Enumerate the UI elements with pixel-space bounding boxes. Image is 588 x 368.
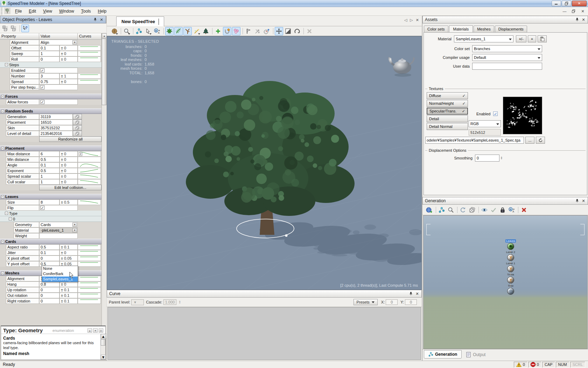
help-next-icon[interactable]: ▼ bbox=[93, 328, 98, 333]
user-data-input[interactable] bbox=[472, 63, 542, 70]
y-value-input[interactable]: 0 bbox=[405, 299, 417, 305]
flag-icon[interactable] bbox=[244, 27, 253, 35]
material-plusminus-button[interactable]: +/- bbox=[516, 35, 526, 42]
collapse-icon[interactable]: − bbox=[1, 272, 4, 275]
value-input[interactable]: 0.5 bbox=[39, 244, 59, 250]
menu-tools[interactable]: Tools bbox=[78, 8, 94, 15]
tab-new-speedtree[interactable]: New SpeedTree bbox=[116, 16, 164, 26]
group-placement[interactable]: −Placement bbox=[0, 145, 102, 151]
seed-value-input[interactable]: 31119 bbox=[39, 114, 73, 120]
marquee-icon[interactable] bbox=[284, 27, 292, 35]
value-input[interactable]: 0 bbox=[39, 255, 59, 261]
chevron-down-icon[interactable]: ▼ bbox=[72, 223, 77, 227]
pin-icon[interactable] bbox=[93, 18, 97, 22]
button-edit-leaf-collision-[interactable]: Edit leaf collision... bbox=[39, 185, 102, 190]
curve-cell[interactable] bbox=[78, 162, 101, 168]
tree-icon[interactable] bbox=[202, 27, 210, 35]
value-input[interactable]: 8 bbox=[39, 199, 59, 205]
frond-icon[interactable] bbox=[174, 27, 183, 35]
chevron-down-icon[interactable]: ▼ bbox=[72, 228, 77, 232]
texmap-diffuse[interactable]: Diffuse✓ bbox=[427, 92, 468, 99]
menu-help[interactable]: Help bbox=[94, 8, 110, 15]
tab-meshes[interactable]: Meshes bbox=[474, 26, 494, 33]
variance-input[interactable]: ± 0.1 bbox=[59, 298, 78, 304]
curve-editor-canvas[interactable] bbox=[107, 307, 421, 360]
restore-button[interactable] bbox=[562, 1, 571, 6]
group-leaves[interactable]: −Leaves bbox=[0, 194, 102, 199]
pin-icon[interactable] bbox=[575, 18, 579, 22]
variance-input[interactable]: ± 0 bbox=[59, 250, 78, 255]
value-input[interactable]: 0.1 bbox=[39, 250, 59, 255]
tab-materials[interactable]: Materials bbox=[449, 25, 473, 33]
menu-file[interactable]: File bbox=[12, 8, 25, 15]
cursor-icon[interactable] bbox=[144, 27, 152, 35]
column-curves[interactable]: Curves bbox=[78, 33, 102, 39]
generation-graph-canvas[interactable]: LeavesLevel 2Level 1TrunkTree bbox=[423, 215, 588, 349]
spray-icon[interactable] bbox=[232, 27, 240, 35]
presets-button[interactable]: Presets bbox=[354, 299, 378, 305]
value-input[interactable]: 3 bbox=[39, 73, 59, 79]
gen-node-trunk[interactable] bbox=[507, 277, 514, 284]
group-cards[interactable]: −Cards bbox=[0, 239, 102, 244]
seed-value-input[interactable]: 2135462016 bbox=[39, 131, 73, 136]
checkbox[interactable]: ✓ bbox=[40, 68, 44, 73]
toggle-num[interactable]: NUM bbox=[556, 362, 569, 368]
gen-node-level-1[interactable] bbox=[507, 265, 514, 272]
column-property[interactable]: Property bbox=[0, 33, 39, 39]
delete-icon[interactable] bbox=[305, 27, 314, 35]
dice-icon[interactable] bbox=[73, 131, 82, 136]
specular-texture-preview[interactable] bbox=[503, 97, 542, 134]
value-dropdown[interactable]: Align▼ bbox=[39, 40, 78, 45]
channel-select[interactable]: RGB bbox=[469, 120, 501, 127]
errors-indicator[interactable]: 0 bbox=[528, 362, 541, 368]
texmap-specular-trans-[interactable]: Specular/Trans.✓ bbox=[427, 108, 468, 115]
tab-prev-icon[interactable]: ◁ bbox=[404, 18, 407, 22]
tab-next-icon[interactable]: ▷ bbox=[410, 18, 413, 22]
minimize-button[interactable] bbox=[552, 1, 561, 6]
value-dropdown[interactable]: ·pleLeaves_1▼ bbox=[39, 227, 78, 233]
column-value[interactable]: Value bbox=[39, 33, 78, 39]
value-input[interactable]: 0.1 bbox=[39, 162, 59, 168]
toolbar-grip[interactable] bbox=[1, 8, 2, 15]
menu-edit[interactable]: Edit bbox=[25, 8, 40, 15]
collapse-icon[interactable]: − bbox=[1, 240, 4, 243]
node-graph-icon[interactable] bbox=[438, 206, 446, 214]
property-table-scrollbar[interactable]: ▲ ▼ bbox=[102, 33, 106, 339]
variance-input[interactable]: ± 0 bbox=[59, 162, 78, 168]
dice-icon[interactable] bbox=[73, 114, 82, 120]
chevron-down-icon[interactable]: ▼ bbox=[72, 40, 77, 45]
branch-icon[interactable] bbox=[183, 27, 192, 35]
world-add-icon[interactable] bbox=[425, 206, 434, 214]
close-panel-icon[interactable]: ✕ bbox=[415, 292, 419, 296]
variance-input[interactable]: ± 0 bbox=[59, 168, 78, 173]
value-input[interactable]: 0 bbox=[39, 287, 59, 293]
variance-input[interactable]: ± 0 bbox=[59, 45, 78, 51]
value-input[interactable]: 0.5 bbox=[39, 168, 59, 173]
collapse-icon[interactable]: − bbox=[1, 195, 4, 198]
curve-cell[interactable] bbox=[78, 261, 101, 267]
variance-input[interactable]: ± 0.1 bbox=[59, 293, 78, 298]
collapse-icon[interactable]: − bbox=[9, 217, 12, 220]
curve-cell[interactable] bbox=[78, 179, 101, 185]
collapse-icon[interactable]: − bbox=[5, 63, 8, 66]
variance-input[interactable]: ± 0 bbox=[59, 173, 78, 179]
subgroup-steps[interactable]: −Steps bbox=[0, 62, 102, 68]
warnings-indicator[interactable]: 0 bbox=[514, 362, 527, 368]
seed-value-input[interactable]: 16510 bbox=[39, 120, 73, 125]
subgroup-0[interactable]: −0 bbox=[0, 216, 102, 222]
reload-texture-icon[interactable] bbox=[536, 137, 545, 144]
node-graph-icon[interactable] bbox=[135, 27, 143, 35]
curve-cell[interactable] bbox=[78, 293, 101, 298]
pin-icon[interactable] bbox=[409, 292, 413, 296]
mdi-close-button[interactable]: ✕ bbox=[579, 8, 587, 14]
checkbox[interactable]: ✓ bbox=[40, 85, 44, 89]
value-input[interactable]: 1 bbox=[39, 179, 59, 185]
material-select[interactable]: SampleLeaves_1 bbox=[454, 35, 513, 42]
help-scrollbar[interactable]: ▲ ▼ bbox=[100, 334, 105, 360]
cascade-input[interactable]: 1.000 bbox=[163, 299, 177, 305]
delete-red-icon[interactable] bbox=[520, 206, 528, 214]
variance-input[interactable]: ± 0 bbox=[59, 157, 78, 162]
value-input[interactable]: 1 bbox=[39, 173, 59, 179]
field-select[interactable]: Branches bbox=[472, 45, 542, 52]
variance-input[interactable]: ± 0.5 bbox=[59, 199, 78, 205]
